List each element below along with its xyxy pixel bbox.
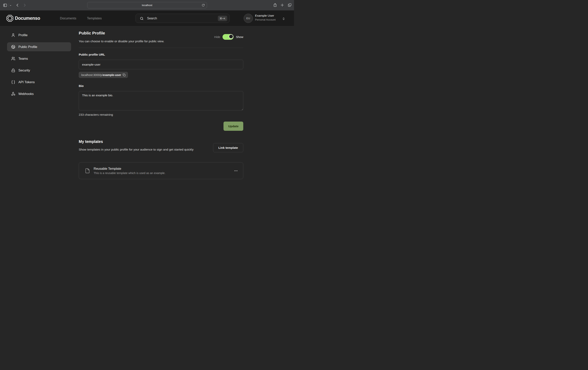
address-bar[interactable]: localhost [87, 2, 207, 8]
back-icon[interactable] [16, 3, 19, 7]
tabs-overview-icon[interactable] [288, 3, 292, 7]
settings-sidebar: Profile Public Profile Teams Security AP… [7, 31, 71, 101]
user-icon [11, 33, 15, 37]
copy-url-button[interactable] [123, 73, 126, 77]
url-field-label: Public profile URL [79, 53, 105, 56]
page-title: Public Profile [79, 31, 105, 35]
documenso-logo-icon [6, 15, 13, 22]
search-icon [140, 17, 144, 20]
sidebar-item-api-tokens[interactable]: API Tokens [7, 78, 71, 87]
avatar-initials: EU [246, 17, 250, 20]
sidebar-item-label: Teams [18, 57, 28, 61]
sidebar-item-label: API Tokens [18, 80, 35, 84]
bio-characters-remaining: 233 characters remaining [79, 113, 113, 116]
ellipsis-icon [234, 169, 238, 173]
forward-icon[interactable] [23, 3, 26, 7]
my-templates-title: My templates [79, 139, 103, 144]
sidebar-item-label: Public Profile [18, 45, 37, 49]
address-text: localhost [142, 4, 152, 7]
sidebar-item-profile[interactable]: Profile [7, 31, 71, 40]
avatar[interactable]: EU [244, 14, 253, 23]
webhook-icon [11, 92, 15, 96]
toggle-knob [229, 34, 233, 39]
search-box[interactable]: ⌘+K [136, 14, 230, 23]
template-name: Reusable Template [94, 167, 230, 171]
sidebar-item-label: Security [18, 69, 30, 72]
lock-icon [11, 68, 15, 72]
show-label: Show [236, 35, 243, 39]
user-menu[interactable]: Example User Personal Account [255, 14, 276, 21]
hide-label: Hide [214, 35, 220, 39]
visibility-toggle-row: Hide Show [214, 34, 243, 40]
sidebar-item-webhooks[interactable]: Webhooks [7, 89, 71, 98]
sidebar-item-teams[interactable]: Teams [7, 54, 71, 63]
page-subtitle: You can choose to enable or disable your… [79, 40, 164, 43]
template-menu-button[interactable] [233, 168, 239, 174]
search-input[interactable] [136, 14, 229, 23]
template-card: Reusable Template This is a reusable tem… [79, 162, 243, 179]
template-description: This is a reusable template which is use… [94, 172, 230, 175]
chevrons-up-down-icon[interactable] [282, 17, 285, 20]
app-header: Documenso Documents Templates ⌘+K EU Exa… [0, 11, 294, 26]
profile-url-input[interactable] [79, 60, 243, 69]
chrome-divider [9, 3, 9, 7]
profile-visibility-toggle[interactable] [222, 34, 233, 40]
sidebar-item-label: Profile [18, 33, 28, 37]
brand-name: Documenso [15, 16, 40, 21]
file-icon [85, 168, 90, 174]
template-info: Reusable Template This is a reusable tem… [94, 167, 230, 175]
sidebar-item-label: Webhooks [18, 92, 34, 96]
sidebar-item-security[interactable]: Security [7, 66, 71, 75]
my-templates-description: Show templates in your public profile fo… [79, 147, 200, 152]
search-shortcut-badge: ⌘+K [218, 16, 227, 21]
url-preview-text: localhost:3000/p/example-user [81, 73, 121, 77]
profile-url-preview: localhost:3000/p/example-user [79, 72, 128, 78]
copy-icon [123, 73, 126, 77]
share-icon[interactable] [273, 3, 277, 7]
globe-icon [11, 45, 15, 49]
users-icon [11, 57, 15, 61]
sidebar-toggle-icon[interactable] [3, 3, 7, 7]
refresh-icon[interactable] [202, 4, 205, 7]
browser-chrome: localhost [0, 0, 294, 10]
nav-documents[interactable]: Documents [60, 16, 76, 20]
chevron-down-icon[interactable] [10, 4, 11, 6]
nav-templates[interactable]: Templates [87, 16, 102, 20]
section-divider [79, 48, 243, 48]
bio-field-label: Bio [79, 84, 84, 88]
bio-textarea[interactable]: This is an example bio. [79, 91, 243, 110]
sidebar-item-public-profile[interactable]: Public Profile [7, 42, 71, 51]
user-name: Example User [255, 14, 276, 17]
update-button[interactable]: Update [223, 122, 243, 131]
main-content: Public Profile Hide Show You can choose … [79, 26, 243, 185]
link-template-button[interactable]: Link template [213, 143, 243, 152]
new-tab-icon[interactable] [280, 3, 284, 7]
braces-icon [11, 80, 15, 84]
user-account-type: Personal Account [255, 18, 276, 21]
